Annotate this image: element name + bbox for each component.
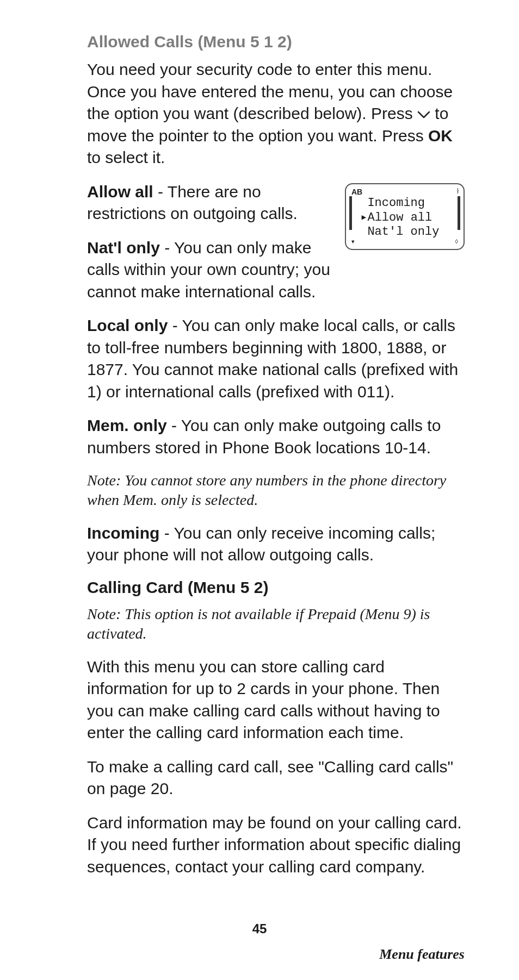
local-only-paragraph: Local only - You can only make local cal… bbox=[87, 315, 465, 403]
document-page: Allowed Calls (Menu 5 1 2) You need your… bbox=[0, 0, 519, 980]
mem-only-paragraph: Mem. only - You can only make outgoing c… bbox=[87, 415, 465, 459]
lcd-scroll-bar-right bbox=[458, 196, 460, 230]
intro-paragraph: You need your security code to enter thi… bbox=[87, 59, 465, 169]
lcd-line-incoming: Incoming bbox=[353, 196, 456, 210]
antenna-icon: ⸠ bbox=[457, 186, 459, 194]
section-heading-allowed-calls: Allowed Calls (Menu 5 1 2) bbox=[87, 33, 465, 51]
lcd-footer-left: ▾ bbox=[351, 238, 355, 245]
intro-text-3: to select it. bbox=[87, 148, 165, 166]
lcd-line-allow-all: ▸Allow all bbox=[353, 211, 456, 225]
scroll-down-icon bbox=[417, 110, 430, 120]
intro-text-1: You need your security code to enter thi… bbox=[87, 60, 453, 122]
section-heading-calling-card: Calling Card (Menu 5 2) bbox=[87, 578, 465, 597]
mem-only-label: Mem. only bbox=[87, 416, 167, 434]
lcd-line-natl-only: Nat'l only bbox=[353, 225, 456, 239]
page-number: 45 bbox=[0, 921, 519, 937]
lcd-mode-indicator: AB bbox=[349, 188, 460, 197]
allow-all-row: Allow all - There are no restrictions on… bbox=[87, 181, 465, 303]
incoming-label: Incoming bbox=[87, 524, 159, 542]
calling-card-note: Note: This option is not available if Pr… bbox=[87, 604, 465, 644]
calling-card-p3: Card information may be found on your ca… bbox=[87, 812, 465, 878]
ok-key-label: OK bbox=[428, 127, 453, 145]
allow-all-paragraph: Allow all - There are no restrictions on… bbox=[87, 181, 335, 225]
mem-only-note: Note: You cannot store any numbers in th… bbox=[87, 471, 465, 510]
natl-only-label: Nat'l only bbox=[87, 239, 160, 257]
local-only-label: Local only bbox=[87, 316, 168, 334]
allow-all-label: Allow all bbox=[87, 183, 153, 201]
lcd-footer-right: ◊ bbox=[455, 238, 458, 245]
natl-only-paragraph: Nat'l only - You can only make calls wit… bbox=[87, 237, 335, 303]
incoming-paragraph: Incoming - You can only receive incoming… bbox=[87, 522, 465, 566]
footer-section-label: Menu features bbox=[379, 946, 465, 963]
calling-card-p1: With this menu you can store calling car… bbox=[87, 656, 465, 744]
lcd-screen-illustration: AB ⸠ Incoming ▸Allow all Nat'l only ▾ ◊ bbox=[345, 183, 465, 250]
calling-card-p2: To make a calling card call, see "Callin… bbox=[87, 756, 465, 800]
